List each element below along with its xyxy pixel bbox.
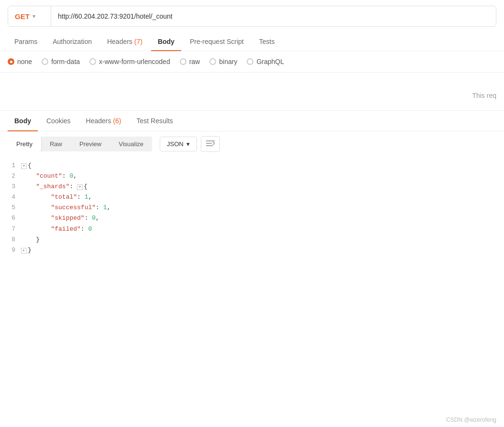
res-tab-headers[interactable]: Headers (6) — [79, 111, 128, 131]
radio-graphql — [247, 58, 253, 65]
info-text: This req — [472, 92, 496, 99]
radio-raw — [180, 58, 186, 65]
wrap-button[interactable] — [201, 136, 220, 152]
line-num-9: 9 — [8, 245, 15, 256]
res-tab-body[interactable]: Body — [8, 111, 38, 131]
res-tab-test-results[interactable]: Test Results — [130, 111, 180, 131]
line-num-5: 5 — [8, 203, 15, 213]
tab-tests[interactable]: Tests — [252, 33, 282, 51]
radio-binary — [209, 58, 216, 65]
url-input[interactable] — [51, 12, 496, 20]
code-area: 1 2 3 4 5 6 7 8 9 ▾{ "count": 0, "_shard… — [0, 157, 504, 259]
format-tab-visualize[interactable]: Visualize — [110, 137, 152, 151]
tab-body[interactable]: Body — [151, 33, 181, 51]
code-line-3: "_shards": ▾{ — [21, 181, 496, 192]
code-line-9: ▸} — [21, 245, 496, 256]
body-type-form-data[interactable]: form-data — [42, 58, 80, 65]
radio-form-data — [42, 58, 48, 65]
info-area: This req — [0, 73, 504, 111]
code-line-4: "total": 1, — [21, 192, 496, 203]
line-num-3: 3 — [8, 181, 15, 192]
headers-badge: (7) — [134, 38, 142, 45]
code-line-8: } — [21, 235, 496, 245]
code-line-2: "count": 0, — [21, 171, 496, 181]
body-type-graphql[interactable]: GraphQL — [247, 58, 284, 65]
line-num-6: 6 — [8, 213, 15, 224]
code-line-7: "failed": 0 — [21, 224, 496, 235]
json-format-chevron: ▾ — [186, 140, 190, 148]
collapse-icon-1[interactable]: ▾ — [21, 163, 27, 169]
method-selector[interactable]: GET ▾ — [8, 6, 51, 26]
body-type-urlencoded[interactable]: x-www-form-urlencoded — [89, 58, 170, 65]
json-format-selector[interactable]: JSON ▾ — [160, 137, 197, 151]
format-tab-raw[interactable]: Raw — [41, 137, 71, 151]
code-content: ▾{ "count": 0, "_shards": ▾{ "total": 1,… — [21, 160, 504, 256]
line-num-1: 1 — [8, 160, 15, 171]
url-bar: GET ▾ — [8, 6, 496, 27]
collapse-icon-9[interactable]: ▸ — [21, 248, 27, 254]
wrap-icon — [206, 141, 215, 148]
body-type-selector: none form-data x-www-form-urlencoded raw… — [0, 51, 504, 73]
request-tabs: Params Authorization Headers (7) Body Pr… — [0, 32, 504, 51]
res-headers-badge: (6) — [113, 117, 121, 125]
line-num-8: 8 — [8, 235, 15, 245]
tab-params[interactable]: Params — [8, 33, 44, 51]
code-line-1: ▾{ — [21, 160, 496, 171]
body-type-none[interactable]: none — [8, 58, 32, 65]
line-num-7: 7 — [8, 224, 15, 235]
method-label: GET — [15, 12, 30, 21]
format-tab-preview[interactable]: Preview — [71, 137, 110, 151]
radio-none — [8, 58, 14, 65]
tab-authorization[interactable]: Authorization — [46, 33, 99, 51]
method-chevron-icon: ▾ — [33, 13, 35, 20]
code-line-5: "successful": 1, — [21, 203, 496, 213]
line-num-4: 4 — [8, 192, 15, 203]
tab-headers[interactable]: Headers (7) — [100, 33, 149, 51]
body-type-binary[interactable]: binary — [209, 58, 237, 65]
res-tab-cookies[interactable]: Cookies — [40, 111, 77, 131]
body-type-raw[interactable]: raw — [180, 58, 200, 65]
radio-urlencoded — [89, 58, 96, 65]
code-line-6: "skipped": 0, — [21, 213, 496, 224]
format-tabs: Pretty Raw Preview Visualize — [8, 137, 152, 151]
response-section: Body Cookies Headers (6) Test Results Pr… — [0, 111, 504, 259]
collapse-icon-3[interactable]: ▾ — [77, 184, 83, 190]
tab-pre-request[interactable]: Pre-request Script — [183, 33, 251, 51]
format-tab-pretty[interactable]: Pretty — [8, 137, 41, 151]
line-num-2: 2 — [8, 171, 15, 181]
json-format-label: JSON — [167, 140, 184, 148]
response-toolbar: Pretty Raw Preview Visualize JSON ▾ — [0, 131, 504, 157]
response-tabs: Body Cookies Headers (6) Test Results — [0, 111, 504, 131]
line-numbers: 1 2 3 4 5 6 7 8 9 — [0, 160, 21, 256]
